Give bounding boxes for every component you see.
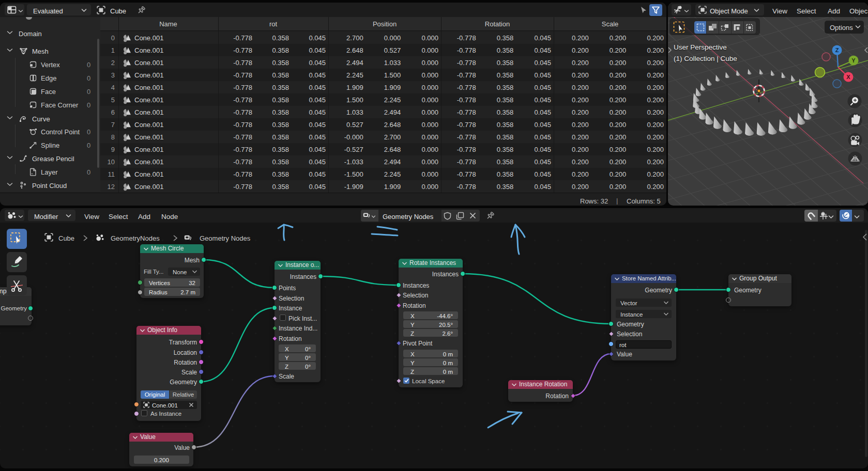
svg-text:X: X bbox=[846, 74, 850, 80]
svg-text:Y: Y bbox=[851, 57, 856, 64]
svg-text:Z: Z bbox=[835, 47, 839, 53]
